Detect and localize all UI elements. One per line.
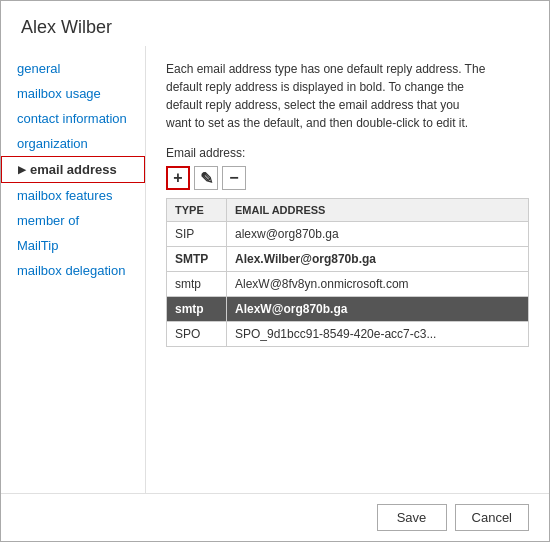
sidebar-item-label: general [17, 61, 60, 76]
remove-email-button[interactable]: − [222, 166, 246, 190]
table-row[interactable]: SIPalexw@org870b.ga [167, 222, 529, 247]
table-row[interactable]: smtpAlexW@org870b.ga [167, 297, 529, 322]
email-address-label: Email address: [166, 146, 529, 160]
sidebar-item-label: contact information [17, 111, 127, 126]
email-type-cell: smtp [167, 297, 227, 322]
email-address-cell: Alex.Wilber@org870b.ga [227, 247, 529, 272]
sidebar-item-mailbox-usage[interactable]: mailbox usage [1, 81, 145, 106]
sidebar-item-email-address[interactable]: ▶email address [1, 156, 145, 183]
dialog-header: Alex Wilber [1, 1, 549, 46]
sidebar-item-general[interactable]: general [1, 56, 145, 81]
sidebar-item-label: mailbox features [17, 188, 112, 203]
sidebar-item-MailTip[interactable]: MailTip [1, 233, 145, 258]
sidebar-item-mailbox-delegation[interactable]: mailbox delegation [1, 258, 145, 283]
sidebar-item-label: mailbox delegation [17, 263, 125, 278]
email-type-cell: SMTP [167, 247, 227, 272]
email-type-cell: SIP [167, 222, 227, 247]
active-arrow-icon: ▶ [18, 164, 26, 175]
dialog-body: generalmailbox usagecontact informationo… [1, 46, 549, 493]
sidebar-item-label: MailTip [17, 238, 58, 253]
email-type-cell: smtp [167, 272, 227, 297]
save-button[interactable]: Save [377, 504, 447, 531]
email-address-cell: AlexW@org870b.ga [227, 297, 529, 322]
sidebar-item-organization[interactable]: organization [1, 131, 145, 156]
sidebar: generalmailbox usagecontact informationo… [1, 46, 146, 493]
col-type: TYPE [167, 199, 227, 222]
sidebar-item-label: email address [30, 162, 117, 177]
email-type-cell: SPO [167, 322, 227, 347]
sidebar-item-label: member of [17, 213, 79, 228]
email-address-cell: alexw@org870b.ga [227, 222, 529, 247]
add-email-button[interactable]: + [166, 166, 190, 190]
dialog-footer: Save Cancel [1, 493, 549, 541]
sidebar-item-mailbox-features[interactable]: mailbox features [1, 183, 145, 208]
table-row[interactable]: smtpAlexW@8fv8yn.onmicrosoft.com [167, 272, 529, 297]
col-email: EMAIL ADDRESS [227, 199, 529, 222]
info-text: Each email address type has one default … [166, 60, 486, 132]
dialog-title: Alex Wilber [21, 17, 529, 38]
dialog: Alex Wilber generalmailbox usagecontact … [0, 0, 550, 542]
sidebar-item-member-of[interactable]: member of [1, 208, 145, 233]
table-row[interactable]: SMTPAlex.Wilber@org870b.ga [167, 247, 529, 272]
sidebar-item-contact-information[interactable]: contact information [1, 106, 145, 131]
email-address-cell: SPO_9d1bcc91-8549-420e-acc7-c3... [227, 322, 529, 347]
cancel-button[interactable]: Cancel [455, 504, 529, 531]
sidebar-item-label: mailbox usage [17, 86, 101, 101]
table-row[interactable]: SPOSPO_9d1bcc91-8549-420e-acc7-c3... [167, 322, 529, 347]
edit-email-button[interactable]: ✎ [194, 166, 218, 190]
sidebar-item-label: organization [17, 136, 88, 151]
email-address-cell: AlexW@8fv8yn.onmicrosoft.com [227, 272, 529, 297]
email-table: TYPE EMAIL ADDRESS SIPalexw@org870b.gaSM… [166, 198, 529, 347]
toolbar: + ✎ − [166, 166, 529, 190]
main-content: Each email address type has one default … [146, 46, 549, 493]
